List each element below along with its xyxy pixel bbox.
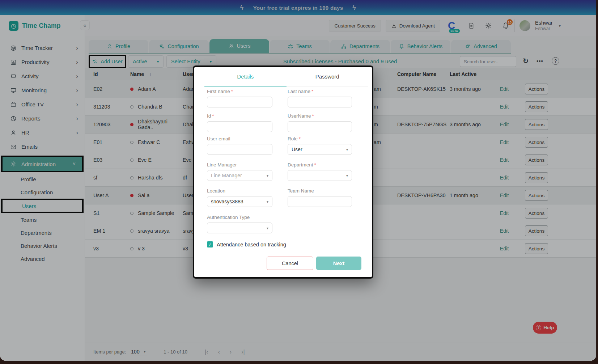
modal-tabs: Details Password	[204, 67, 368, 86]
location-select[interactable]: snovasys3883 ▾	[207, 196, 272, 207]
attendance-checkbox-row: ✓ Attendance based on tracking	[207, 241, 286, 247]
username-input[interactable]	[288, 121, 352, 132]
next-button[interactable]: Next	[316, 257, 361, 270]
cancel-button[interactable]: Cancel	[267, 257, 313, 270]
user-email-field: User email	[207, 136, 272, 155]
location-field: Location snovasys3883 ▾	[207, 188, 272, 207]
caret-down-icon: ▾	[267, 174, 268, 178]
id-field: Id*	[207, 113, 272, 132]
first-name-input[interactable]	[207, 97, 272, 107]
add-user-modal: Details Password First name* Last name* …	[193, 65, 373, 279]
caret-down-icon: ▾	[346, 174, 348, 178]
auth-type-select[interactable]: ▾	[207, 223, 272, 233]
first-name-field: First name*	[207, 89, 272, 107]
role-field: Role* User ▾	[288, 136, 352, 155]
id-input[interactable]	[207, 121, 272, 132]
modal-tab-details[interactable]: Details	[204, 67, 287, 86]
department-select[interactable]: ▾	[288, 170, 352, 181]
caret-down-icon: ▾	[267, 226, 268, 230]
last-name-input[interactable]	[288, 97, 352, 107]
user-email-input[interactable]	[207, 144, 272, 155]
team-name-input[interactable]	[288, 196, 352, 207]
attendance-checkbox-label: Attendance based on tracking	[217, 242, 286, 247]
caret-down-icon: ▾	[267, 200, 268, 204]
team-name-field: Team Name	[288, 188, 352, 207]
caret-down-icon: ▾	[346, 148, 348, 152]
last-name-field: Last name*	[288, 89, 352, 107]
line-manager-select[interactable]: Line Manager ▾	[207, 170, 272, 181]
line-manager-field: Line Manager Line Manager ▾	[207, 162, 272, 181]
app-window: ϟ Your free trial expires in 199 days ϟ …	[0, 0, 596, 361]
modal-tab-password[interactable]: Password	[287, 67, 369, 86]
auth-type-field: Authentication Type ▾	[207, 215, 272, 233]
username-field: UserName*	[288, 113, 352, 132]
department-field: Department* ▾	[288, 162, 352, 181]
attendance-checkbox[interactable]: ✓	[207, 241, 213, 247]
role-select[interactable]: User ▾	[288, 144, 352, 155]
